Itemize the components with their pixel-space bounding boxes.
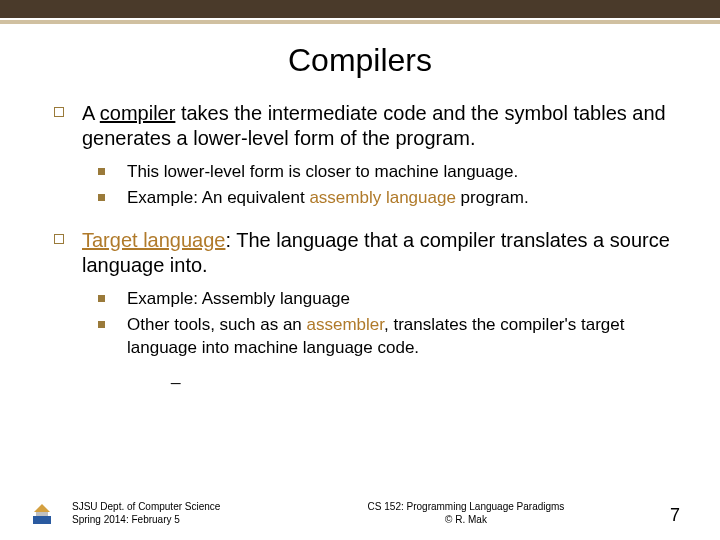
sub-text: Example: An equivalent assembly language… xyxy=(127,187,529,210)
footer-center: CS 152: Programming Language Paradigms ©… xyxy=(262,501,670,526)
sub-text: Example: Assembly language xyxy=(127,288,350,311)
slide-content: A compiler takes the intermediate code a… xyxy=(0,101,720,386)
text-pre: Example: Assembly language xyxy=(127,289,350,308)
text-pre: This lower-level form is closer to machi… xyxy=(127,162,518,181)
sub-item: Example: Assembly language xyxy=(98,288,680,311)
footer-course: CS 152: Programming Language Paradigms xyxy=(262,501,670,514)
square-solid-icon xyxy=(98,168,105,175)
slide-title: Compilers xyxy=(0,42,720,79)
footer-dept: SJSU Dept. of Computer Science xyxy=(72,501,262,514)
bar-light xyxy=(0,20,720,24)
text-pre: Example: An equivalent xyxy=(127,188,309,207)
bullet-item: Target language: The language that a com… xyxy=(54,228,680,278)
svg-rect-2 xyxy=(36,512,48,516)
keyword-underline: compiler xyxy=(100,102,176,124)
dash-placeholder: _ xyxy=(98,366,680,386)
sub-list: This lower-level form is closer to machi… xyxy=(54,161,680,210)
header-bars xyxy=(0,0,720,24)
accent-text: assembler xyxy=(307,315,384,334)
sjsu-logo-icon xyxy=(30,502,54,526)
bullet-text: A compiler takes the intermediate code a… xyxy=(82,101,680,151)
footer-author: © R. Mak xyxy=(262,514,670,527)
text-pre: A xyxy=(82,102,100,124)
square-solid-icon xyxy=(98,321,105,328)
text-post: program. xyxy=(456,188,529,207)
sub-item: Other tools, such as an assembler, trans… xyxy=(98,314,680,360)
text-pre: Other tools, such as an xyxy=(127,315,307,334)
footer-left: SJSU Dept. of Computer Science Spring 20… xyxy=(72,501,262,526)
footer-date: Spring 2014: February 5 xyxy=(72,514,262,527)
square-outline-icon xyxy=(54,234,64,244)
sub-item: Example: An equivalent assembly language… xyxy=(98,187,680,210)
page-number: 7 xyxy=(670,505,680,526)
sub-text: This lower-level form is closer to machi… xyxy=(127,161,518,184)
bullet-text: Target language: The language that a com… xyxy=(82,228,680,278)
square-outline-icon xyxy=(54,107,64,117)
bullet-item: A compiler takes the intermediate code a… xyxy=(54,101,680,151)
square-solid-icon xyxy=(98,194,105,201)
sub-list: Example: Assembly language Other tools, … xyxy=(54,288,680,386)
bar-dark xyxy=(0,0,720,18)
svg-rect-0 xyxy=(33,516,51,524)
sub-item: This lower-level form is closer to machi… xyxy=(98,161,680,184)
accent-text: assembly language xyxy=(309,188,455,207)
slide-footer: SJSU Dept. of Computer Science Spring 20… xyxy=(0,501,720,526)
keyword-underline-accent: Target language xyxy=(82,229,225,251)
square-solid-icon xyxy=(98,295,105,302)
svg-marker-1 xyxy=(34,504,50,512)
sub-text: Other tools, such as an assembler, trans… xyxy=(127,314,680,360)
